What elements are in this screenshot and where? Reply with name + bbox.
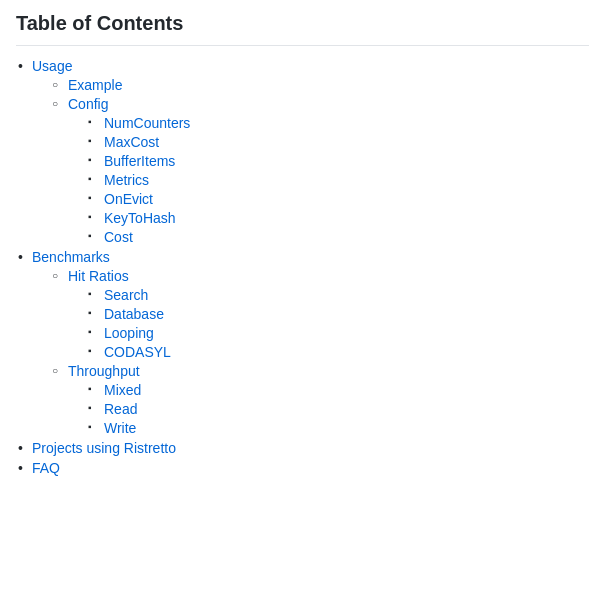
toc-link[interactable]: Cost xyxy=(104,229,133,245)
toc-link[interactable]: BufferItems xyxy=(104,153,175,169)
toc-link[interactable]: Hit Ratios xyxy=(68,268,129,284)
toc-link[interactable]: OnEvict xyxy=(104,191,153,207)
list-item: Search xyxy=(88,287,589,303)
list-item: KeyToHash xyxy=(88,210,589,226)
list-item: Projects using Ristretto xyxy=(16,440,589,456)
list-item: ThroughputMixedReadWrite xyxy=(52,363,589,436)
list-item: ConfigNumCountersMaxCostBufferItemsMetri… xyxy=(52,96,589,245)
toc-link[interactable]: Metrics xyxy=(104,172,149,188)
toc-link[interactable]: FAQ xyxy=(32,460,60,476)
list-item: Mixed xyxy=(88,382,589,398)
list-item: BufferItems xyxy=(88,153,589,169)
toc-link[interactable]: Example xyxy=(68,77,122,93)
list-item: CODASYL xyxy=(88,344,589,360)
toc-link[interactable]: Projects using Ristretto xyxy=(32,440,176,456)
toc-link[interactable]: Benchmarks xyxy=(32,249,110,265)
list-item: Cost xyxy=(88,229,589,245)
list-item: Database xyxy=(88,306,589,322)
toc-level3-list: MixedReadWrite xyxy=(88,382,589,436)
toc-link[interactable]: Search xyxy=(104,287,148,303)
toc-root: UsageExampleConfigNumCountersMaxCostBuff… xyxy=(16,58,589,476)
toc-link[interactable]: NumCounters xyxy=(104,115,190,131)
toc-link[interactable]: KeyToHash xyxy=(104,210,176,226)
toc-level2-list: ExampleConfigNumCountersMaxCostBufferIte… xyxy=(52,77,589,245)
toc-link[interactable]: Read xyxy=(104,401,137,417)
toc-link[interactable]: Mixed xyxy=(104,382,141,398)
list-item: OnEvict xyxy=(88,191,589,207)
list-item: NumCounters xyxy=(88,115,589,131)
list-item: Write xyxy=(88,420,589,436)
list-item: Looping xyxy=(88,325,589,341)
toc-link[interactable]: Database xyxy=(104,306,164,322)
list-item: BenchmarksHit RatiosSearchDatabaseLoopin… xyxy=(16,249,589,436)
toc-link[interactable]: Looping xyxy=(104,325,154,341)
toc-level3-list: SearchDatabaseLoopingCODASYL xyxy=(88,287,589,360)
list-item: Metrics xyxy=(88,172,589,188)
toc-level3-list: NumCountersMaxCostBufferItemsMetricsOnEv… xyxy=(88,115,589,245)
page-title: Table of Contents xyxy=(16,12,589,46)
toc-link[interactable]: Usage xyxy=(32,58,72,74)
list-item: MaxCost xyxy=(88,134,589,150)
toc-link[interactable]: MaxCost xyxy=(104,134,159,150)
toc-link[interactable]: Config xyxy=(68,96,108,112)
toc-link[interactable]: Throughput xyxy=(68,363,140,379)
list-item: Read xyxy=(88,401,589,417)
toc-link[interactable]: Write xyxy=(104,420,136,436)
list-item: Hit RatiosSearchDatabaseLoopingCODASYL xyxy=(52,268,589,360)
list-item: Example xyxy=(52,77,589,93)
toc-link[interactable]: CODASYL xyxy=(104,344,171,360)
list-item: UsageExampleConfigNumCountersMaxCostBuff… xyxy=(16,58,589,245)
list-item: FAQ xyxy=(16,460,589,476)
toc-level2-list: Hit RatiosSearchDatabaseLoopingCODASYLTh… xyxy=(52,268,589,436)
